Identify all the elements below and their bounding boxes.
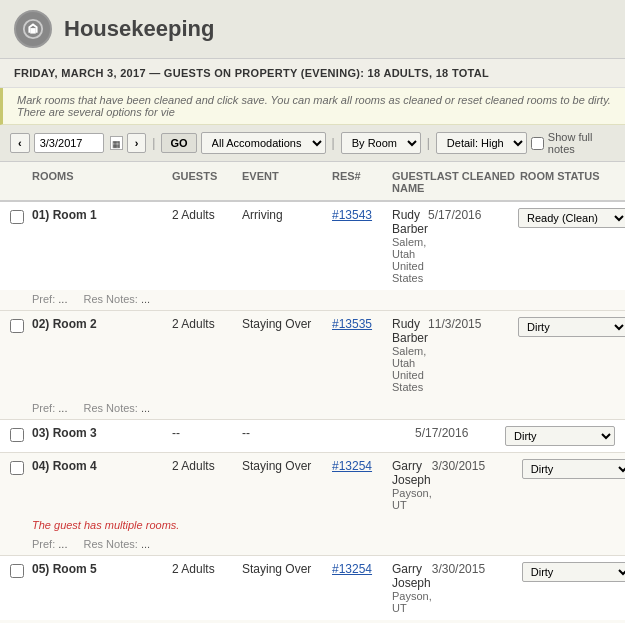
col-guests: GUESTS [172, 170, 242, 194]
col-rooms: ROOMS [32, 170, 172, 194]
guest-info: Garry Joseph Payson, UT [392, 459, 432, 511]
room-block: 04) Room 4 2 Adults Staying Over #13254 … [0, 453, 625, 556]
multi-room-notice: The guest has multiple rooms. [0, 517, 625, 535]
guest-name: Rudy Barber [392, 208, 428, 236]
room-checkbox[interactable] [10, 428, 24, 442]
room-sub-row: Pref: ... Res Notes: ... [0, 399, 625, 419]
guests-cell: 2 Adults [172, 208, 242, 222]
event-cell: -- [242, 426, 332, 440]
event-cell: Staying Over [242, 562, 332, 576]
room-status-select[interactable]: Dirty Ready (Clean) Refresh [522, 562, 625, 582]
guest-location: Payson, UT [392, 487, 432, 511]
res-cell[interactable]: #13254 [332, 459, 392, 473]
toolbar-separator2: | [332, 136, 335, 150]
table-row: 03) Room 3 -- -- 5/17/2016 Dirty Ready (… [0, 420, 625, 452]
guest-name: Garry Joseph [392, 459, 432, 487]
room-name: 05) Room 5 [32, 562, 172, 576]
room-block: 05) Room 5 2 Adults Staying Over #13254 … [0, 556, 625, 623]
sort-filter[interactable]: By Room [341, 132, 421, 154]
table-row: 02) Room 2 2 Adults Staying Over #13535 … [0, 311, 625, 399]
last-cleaned: 5/17/2016 [428, 208, 518, 222]
room-status-select[interactable]: Dirty Ready (Clean) Refresh [505, 426, 615, 446]
table-header-row: ROOMS GUESTS EVENT RES# GUEST NAME LAST … [0, 162, 625, 202]
room-checkbox[interactable] [10, 210, 24, 224]
toolbar: ‹ ▦ › | GO All Accomodations | By Room |… [0, 125, 625, 162]
show-full-notes-label[interactable]: Show full notes [531, 131, 615, 155]
last-cleaned: 5/17/2016 [415, 426, 505, 440]
room-status-select[interactable]: Dirty Ready (Clean) Refresh [518, 317, 625, 337]
room-name: 01) Room 1 [32, 208, 172, 222]
res-cell[interactable]: #13543 [332, 208, 392, 222]
main-content: ROOMS GUESTS EVENT RES# GUEST NAME LAST … [0, 162, 625, 623]
guest-location: Salem, Utah United States [392, 236, 428, 284]
room-status-select[interactable]: Dirty Ready (Clean) Refresh [522, 459, 625, 479]
toolbar-separator3: | [427, 136, 430, 150]
show-full-notes-checkbox[interactable] [531, 137, 544, 150]
res-notes-label: Res Notes: [83, 293, 140, 305]
res-cell[interactable]: #13535 [332, 317, 392, 331]
page-title: Housekeeping [64, 16, 214, 42]
prev-date-button[interactable]: ‹ [10, 133, 30, 153]
col-guest-name: GUEST NAME [392, 170, 430, 194]
col-room-status: ROOM STATUS [520, 170, 625, 194]
guest-name: Rudy Barber [392, 317, 428, 345]
guest-name: Garry Joseph [392, 562, 432, 590]
housekeeping-icon [14, 10, 52, 48]
table-row: 05) Room 5 2 Adults Staying Over #13254 … [0, 556, 625, 620]
room-status-select[interactable]: Ready (Clean) Dirty Refresh [518, 208, 625, 228]
room-name: 04) Room 4 [32, 459, 172, 473]
guest-location: Payson, UT [392, 590, 432, 614]
room-block: 02) Room 2 2 Adults Staying Over #13535 … [0, 311, 625, 420]
room-sub-row: Pref: ... Res Notes: ... [0, 290, 625, 310]
event-cell: Arriving [242, 208, 332, 222]
detail-filter[interactable]: Detail: High [436, 132, 527, 154]
col-res: RES# [332, 170, 392, 194]
toolbar-separator: | [152, 136, 155, 150]
accommodations-filter[interactable]: All Accomodations [201, 132, 326, 154]
last-cleaned: 3/30/2015 [432, 459, 522, 473]
res-cell[interactable]: #13254 [332, 562, 392, 576]
guests-cell: -- [172, 426, 242, 440]
guests-cell: 2 Adults [172, 317, 242, 331]
calendar-icon[interactable]: ▦ [110, 136, 123, 150]
info-bar: Mark rooms that have been cleaned and cl… [0, 88, 625, 125]
table-row: 01) Room 1 2 Adults Arriving #13543 Rudy… [0, 202, 625, 290]
last-cleaned: 3/30/2015 [432, 562, 522, 576]
table-row: 04) Room 4 2 Adults Staying Over #13254 … [0, 453, 625, 517]
event-cell: Staying Over [242, 317, 332, 331]
col-last-cleaned: LAST CLEANED [430, 170, 520, 194]
date-input[interactable] [34, 133, 104, 153]
guests-cell: 2 Adults [172, 562, 242, 576]
room-checkbox[interactable] [10, 461, 24, 475]
room-name: 03) Room 3 [32, 426, 172, 440]
pref-label: Pref: [32, 293, 58, 305]
header: Housekeeping [0, 0, 625, 59]
next-date-button[interactable]: › [127, 133, 147, 153]
guest-location: Salem, Utah United States [392, 345, 428, 393]
col-event: EVENT [242, 170, 332, 194]
res-notes-value: ... [141, 293, 150, 305]
room-block: 01) Room 1 2 Adults Arriving #13543 Rudy… [0, 202, 625, 311]
guest-info: Rudy Barber Salem, Utah United States [392, 317, 428, 393]
last-cleaned: 11/3/2015 [428, 317, 518, 331]
room-checkbox[interactable] [10, 564, 24, 578]
guest-info: Rudy Barber Salem, Utah United States [392, 208, 428, 284]
room-checkbox[interactable] [10, 319, 24, 333]
room-sub-row: Pref: ... Res Notes: ... [0, 535, 625, 555]
room-block: 03) Room 3 -- -- 5/17/2016 Dirty Ready (… [0, 420, 625, 453]
room-name: 02) Room 2 [32, 317, 172, 331]
svg-rect-1 [31, 29, 35, 33]
guest-info: Garry Joseph Payson, UT [392, 562, 432, 614]
pref-value: ... [58, 293, 67, 305]
go-button[interactable]: GO [161, 133, 196, 153]
guests-cell: 2 Adults [172, 459, 242, 473]
date-bar: Friday, March 3, 2017 — Guests on Proper… [0, 59, 625, 88]
event-cell: Staying Over [242, 459, 332, 473]
